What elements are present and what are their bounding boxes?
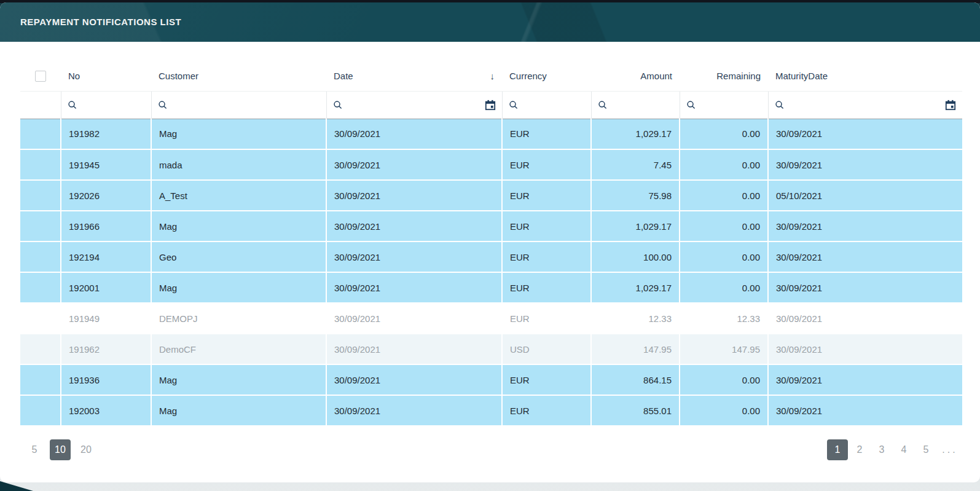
page-size-5[interactable]: 5 <box>24 439 45 460</box>
cell-date: 30/09/2021 <box>326 303 502 334</box>
cell-no: 192001 <box>61 272 151 303</box>
table-row[interactable]: 192194 Geo 30/09/2021 EUR 100.00 0.00 30… <box>20 242 962 272</box>
cell-date: 30/09/2021 <box>326 180 502 211</box>
table-row[interactable]: 192001 Mag 30/09/2021 EUR 1,029.17 0.00 … <box>20 272 962 303</box>
cell-currency: EUR <box>502 242 591 272</box>
search-icon[interactable] <box>333 100 343 110</box>
row-selector-cell[interactable] <box>20 395 61 426</box>
page-5[interactable]: 5 <box>915 439 936 460</box>
select-all-checkbox[interactable] <box>35 71 46 82</box>
page-3[interactable]: 3 <box>871 439 892 460</box>
cell-amount: 147.95 <box>591 334 680 364</box>
filter-input-no[interactable] <box>82 100 145 110</box>
row-selector-cell[interactable] <box>20 303 61 334</box>
row-selector-cell[interactable] <box>20 364 61 395</box>
row-selector-cell[interactable] <box>20 242 61 272</box>
cell-currency: EUR <box>502 272 591 303</box>
cell-currency: EUR <box>502 119 591 149</box>
sort-descending-icon[interactable]: ↓ <box>490 71 495 81</box>
page-size-10[interactable]: 10 <box>50 439 71 460</box>
cell-amount: 12.33 <box>591 303 680 334</box>
page-4[interactable]: 4 <box>893 439 914 460</box>
filter-input-date[interactable] <box>348 100 480 110</box>
cell-no: 192194 <box>61 242 151 272</box>
cell-maturity-date: 30/09/2021 <box>768 334 962 364</box>
content-area: No Customer Date ↓ Currency Amount Remai… <box>0 42 980 460</box>
cell-currency: USD <box>502 334 591 364</box>
search-icon[interactable] <box>509 100 519 110</box>
row-selector-cell[interactable] <box>20 272 61 303</box>
cell-currency: EUR <box>502 364 591 395</box>
table-row[interactable]: 192026 A_Test 30/09/2021 EUR 75.98 0.00 … <box>20 180 962 211</box>
table-row[interactable]: 192003 Mag 30/09/2021 EUR 855.01 0.00 30… <box>20 395 962 426</box>
page-1[interactable]: 1 <box>827 439 848 460</box>
search-icon[interactable] <box>686 100 696 110</box>
search-icon[interactable] <box>68 100 77 110</box>
page-2[interactable]: 2 <box>849 439 870 460</box>
filter-cell-select <box>20 91 61 119</box>
cell-amount: 100.00 <box>591 242 680 272</box>
row-selector-cell[interactable] <box>20 180 61 211</box>
filter-input-amount[interactable] <box>613 100 673 110</box>
table-row[interactable]: 191949 DEMOPJ 30/09/2021 EUR 12.33 12.33… <box>20 303 962 334</box>
table-row[interactable]: 191966 Mag 30/09/2021 EUR 1,029.17 0.00 … <box>20 211 962 242</box>
cell-amount: 7.45 <box>591 149 680 180</box>
column-header-remaining[interactable]: Remaining <box>680 61 768 91</box>
cell-customer: A_Test <box>151 180 326 211</box>
page-ellipsis: ... <box>938 439 958 460</box>
cell-date: 30/09/2021 <box>326 395 502 426</box>
calendar-icon[interactable] <box>485 100 496 111</box>
cell-remaining: 0.00 <box>680 180 768 211</box>
cell-maturity-date: 30/09/2021 <box>768 211 962 242</box>
table-row[interactable]: 191962 DemoCF 30/09/2021 USD 147.95 147.… <box>20 334 962 364</box>
search-icon[interactable] <box>598 100 608 110</box>
cell-amount: 75.98 <box>591 180 680 211</box>
page-size-20[interactable]: 20 <box>76 439 96 460</box>
filter-cell-amount <box>591 91 680 119</box>
cell-customer: Mag <box>151 272 326 303</box>
row-selector-cell[interactable] <box>20 119 61 149</box>
row-selector-cell[interactable] <box>20 334 61 364</box>
table-row[interactable]: 191982 Mag 30/09/2021 EUR 1,029.17 0.00 … <box>20 119 962 149</box>
cell-no: 191962 <box>61 334 151 364</box>
filter-input-maturitydate[interactable] <box>790 100 941 110</box>
filter-input-customer[interactable] <box>173 100 320 110</box>
search-icon[interactable] <box>775 100 785 110</box>
cell-customer: Mag <box>151 395 326 426</box>
column-header-maturitydate[interactable]: MaturityDate <box>768 61 962 91</box>
cell-amount: 864.15 <box>591 364 680 395</box>
calendar-icon[interactable] <box>945 100 956 111</box>
cell-customer: DEMOPJ <box>151 303 326 334</box>
column-header-amount[interactable]: Amount <box>591 61 680 91</box>
search-icon[interactable] <box>158 100 168 110</box>
cell-date: 30/09/2021 <box>326 211 502 242</box>
cell-maturity-date: 30/09/2021 <box>768 364 962 395</box>
row-selector-cell[interactable] <box>20 211 61 242</box>
column-header-date[interactable]: Date ↓ <box>326 61 502 91</box>
row-selector-cell[interactable] <box>20 149 61 180</box>
cell-amount: 855.01 <box>591 395 680 426</box>
page-title: REPAYMENT NOTIFICATIONS LIST <box>0 2 980 42</box>
cell-date: 30/09/2021 <box>326 242 502 272</box>
page-navigator: 1 2 3 4 5 ... <box>826 439 958 460</box>
cell-maturity-date: 30/09/2021 <box>768 149 962 180</box>
filter-input-currency[interactable] <box>523 100 585 110</box>
column-header-currency[interactable]: Currency <box>502 61 591 91</box>
column-header-no[interactable]: No <box>61 61 151 91</box>
filter-cell-date <box>326 91 502 119</box>
cell-remaining: 0.00 <box>680 395 768 426</box>
cell-date: 30/09/2021 <box>326 272 502 303</box>
cell-customer: Geo <box>151 242 326 272</box>
filter-cell-no <box>61 91 151 119</box>
cell-remaining: 0.00 <box>680 272 768 303</box>
table-row[interactable]: 191945 mada 30/09/2021 EUR 7.45 0.00 30/… <box>20 149 962 180</box>
cell-date: 30/09/2021 <box>326 119 502 149</box>
app-header: REPAYMENT NOTIFICATIONS LIST <box>0 2 980 42</box>
column-header-customer[interactable]: Customer <box>151 61 326 91</box>
table-row[interactable]: 191936 Mag 30/09/2021 EUR 864.15 0.00 30… <box>20 364 962 395</box>
cell-remaining: 0.00 <box>680 242 768 272</box>
column-label-date: Date <box>334 71 353 81</box>
cell-no: 191982 <box>61 119 151 149</box>
filter-input-remaining[interactable] <box>701 100 762 110</box>
cell-customer: Mag <box>151 364 326 395</box>
